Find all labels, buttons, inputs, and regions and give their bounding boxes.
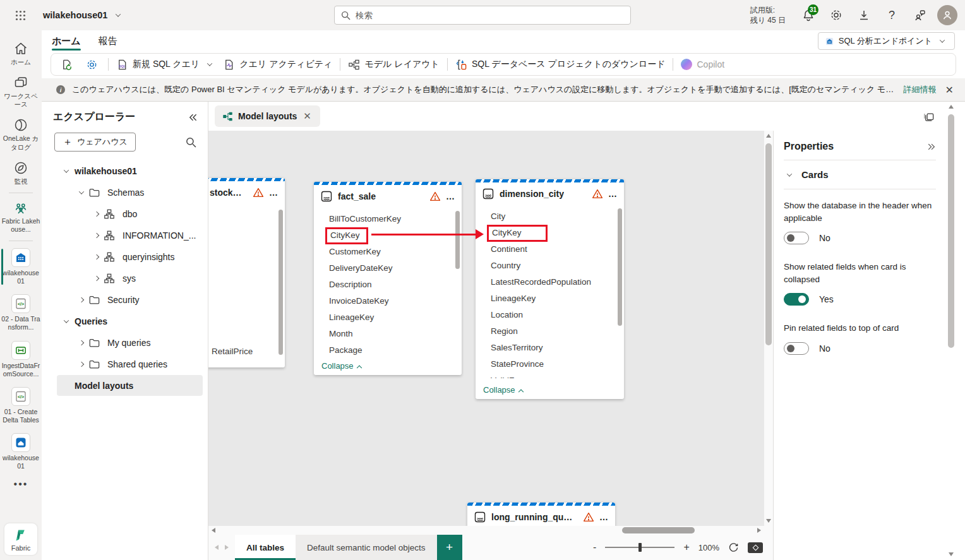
tree-item[interactable]: wilakehouse01 bbox=[57, 160, 203, 181]
table-field[interactable]: ValidFrom bbox=[476, 372, 624, 378]
table-card-fact-sale[interactable]: fact_sale … B bbox=[314, 182, 462, 375]
table-field[interactable]: CityKey bbox=[476, 225, 624, 241]
settings-gear-button[interactable] bbox=[822, 3, 850, 28]
collapse-explorer-icon[interactable] bbox=[188, 113, 198, 122]
explorer-search-icon[interactable] bbox=[186, 137, 196, 148]
table-card-long-running-queries[interactable]: long_running_queri... … bbox=[467, 503, 615, 528]
nav-home[interactable]: ホーム bbox=[0, 37, 42, 71]
card-more-button[interactable]: … bbox=[599, 512, 609, 522]
tree-item[interactable]: Queries bbox=[57, 311, 203, 331]
add-layout-button[interactable]: + bbox=[437, 535, 462, 560]
collapse-properties-icon[interactable] bbox=[927, 143, 936, 151]
tree-expander-icon[interactable] bbox=[61, 169, 72, 173]
table-field[interactable]: SalesTerritory bbox=[476, 340, 624, 356]
tree-item[interactable]: INFORMATION_... bbox=[57, 225, 203, 246]
banner-close-icon[interactable]: ✕ bbox=[943, 84, 956, 96]
global-search[interactable] bbox=[334, 6, 631, 25]
tree-item[interactable]: Schemas bbox=[57, 182, 203, 203]
relationship-arrow[interactable] bbox=[371, 234, 477, 235]
scrollbar-thumb[interactable] bbox=[622, 527, 695, 533]
table-field[interactable]: Location bbox=[476, 307, 624, 323]
copy-layout-icon[interactable] bbox=[923, 110, 940, 122]
table-field[interactable]: Country bbox=[476, 258, 624, 274]
tree-expander-icon[interactable] bbox=[91, 234, 102, 237]
nav-warehouse-wilakehouse01[interactable]: wilakehouse 01 bbox=[0, 244, 42, 290]
tree-item[interactable]: Model layouts bbox=[57, 375, 203, 396]
table-field[interactable]: Description bbox=[314, 277, 462, 293]
learn-more-link[interactable]: 詳細情報 bbox=[904, 84, 937, 95]
cards-section-header[interactable]: Cards bbox=[784, 160, 936, 189]
query-activity-button[interactable]: クエリ アクティビティ bbox=[223, 59, 332, 71]
tree-item[interactable]: Shared queries bbox=[57, 354, 203, 374]
layout-tab[interactable]: Default semantic model objects bbox=[296, 535, 437, 560]
notifications-button[interactable]: 31 bbox=[794, 3, 822, 28]
fabric-home-button[interactable]: Fabric bbox=[4, 523, 37, 555]
nav-fabric-lakehouse-workspace[interactable]: Fabric Lakehouse... bbox=[0, 196, 42, 238]
card-more-button[interactable]: … bbox=[269, 188, 279, 198]
tab-model-layouts[interactable]: Model layouts ✕ bbox=[215, 105, 320, 127]
scroll-up-icon[interactable] bbox=[766, 134, 771, 138]
tree-expander-icon[interactable] bbox=[76, 341, 87, 345]
nav-notebook-02[interactable]: </> 02 - Data Transform... bbox=[0, 290, 42, 336]
table-field[interactable]: Package bbox=[314, 342, 462, 359]
close-tab-icon[interactable]: ✕ bbox=[302, 110, 313, 122]
card-more-button[interactable]: … bbox=[446, 191, 455, 201]
new-warehouse-button[interactable]: ＋ ウェアハウス bbox=[54, 133, 136, 152]
tree-item[interactable]: My queries bbox=[57, 332, 203, 353]
nav-notebook-01[interactable]: </> 01 - Create Delta Tables bbox=[0, 383, 42, 429]
setting-toggle[interactable] bbox=[784, 232, 809, 244]
table-field[interactable]: Region bbox=[476, 323, 624, 340]
download-button[interactable] bbox=[850, 3, 878, 28]
table-field[interactable]: CityKey bbox=[314, 227, 462, 244]
tree-item[interactable]: Security bbox=[57, 289, 203, 310]
table-field[interactable]: City bbox=[476, 208, 624, 225]
model-layout-canvas[interactable]: stock_it... … ter RetailPrice bbox=[208, 131, 773, 535]
tree-expander-icon[interactable] bbox=[61, 319, 72, 323]
table-card-stock-item[interactable]: stock_it... … ter RetailPrice bbox=[208, 178, 285, 367]
refresh-data-button[interactable] bbox=[57, 56, 75, 73]
table-field[interactable]: Month bbox=[314, 326, 462, 342]
canvas-vertical-scrollbar[interactable] bbox=[764, 131, 773, 526]
app-launcher-icon[interactable] bbox=[9, 4, 32, 27]
setting-toggle[interactable] bbox=[784, 293, 809, 306]
model-layouts-button[interactable]: モデル レイアウト bbox=[348, 59, 440, 71]
nav-onelake-catalog[interactable]: OneLake カタログ bbox=[0, 113, 42, 155]
table-card-dimension-city[interactable]: dimension_city … bbox=[476, 179, 624, 399]
table-field[interactable]: BillToCustomerKey bbox=[314, 211, 462, 227]
zoom-slider[interactable] bbox=[605, 547, 674, 548]
settings-button[interactable] bbox=[83, 56, 100, 73]
card-scrollbar[interactable] bbox=[618, 208, 622, 326]
tree-item[interactable]: queryinsights bbox=[57, 246, 203, 267]
nav-more-button[interactable]: ••• bbox=[14, 475, 28, 494]
tree-expander-icon[interactable] bbox=[91, 255, 102, 259]
card-scrollbar[interactable] bbox=[455, 211, 460, 269]
scroll-up-icon[interactable] bbox=[949, 105, 954, 109]
table-field[interactable]: CustomerKey bbox=[314, 244, 462, 260]
help-button[interactable]: ? bbox=[878, 3, 906, 28]
collapse-card-link[interactable]: Collapse bbox=[483, 385, 523, 395]
tree-expander-icon[interactable] bbox=[76, 298, 87, 302]
tab-scroll-right-icon[interactable] bbox=[225, 545, 229, 550]
search-input[interactable] bbox=[356, 11, 624, 20]
fit-to-screen-button[interactable] bbox=[748, 542, 763, 553]
scroll-right-icon[interactable] bbox=[757, 528, 761, 533]
table-field[interactable]: Continent bbox=[476, 241, 624, 258]
nav-monitor[interactable]: 監視 bbox=[0, 156, 42, 190]
table-field[interactable]: LineageKey bbox=[476, 290, 624, 307]
refresh-layout-button[interactable] bbox=[728, 542, 739, 553]
scrollbar-thumb[interactable] bbox=[765, 143, 772, 345]
tree-expander-icon[interactable] bbox=[91, 212, 102, 216]
tree-item[interactable]: dbo bbox=[57, 203, 203, 224]
table-field[interactable]: LineageKey bbox=[314, 309, 462, 326]
layout-tab[interactable]: All tables bbox=[235, 535, 296, 560]
canvas-horizontal-scrollbar[interactable] bbox=[208, 526, 764, 535]
tab-scroll-left-icon[interactable] bbox=[215, 545, 219, 550]
card-scrollbar[interactable] bbox=[279, 210, 283, 355]
tab-reporting[interactable]: 報告 bbox=[99, 30, 117, 52]
nav-pipeline-ingest[interactable]: IngestDataFr omSource... bbox=[0, 337, 42, 383]
feedback-button[interactable] bbox=[906, 3, 933, 28]
table-field[interactable]: InvoiceDateKey bbox=[314, 293, 462, 309]
scrollbar-thumb[interactable] bbox=[948, 114, 954, 348]
scroll-down-icon[interactable] bbox=[949, 552, 954, 556]
tree-item[interactable]: sys bbox=[57, 268, 203, 289]
